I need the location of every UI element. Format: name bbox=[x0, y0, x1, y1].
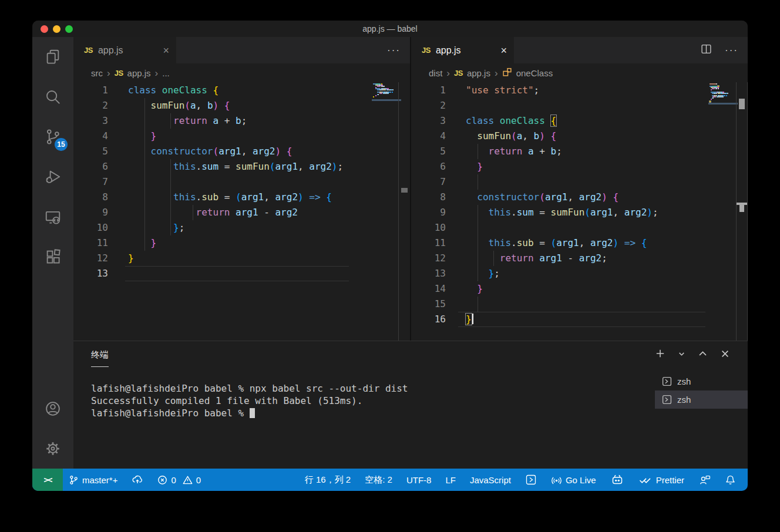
run-debug-icon[interactable] bbox=[32, 157, 73, 197]
code-line: 15 bbox=[411, 297, 748, 312]
code-line: 14 } bbox=[411, 281, 748, 297]
close-tab-icon[interactable]: × bbox=[163, 45, 169, 56]
editor-area: JS app.js × ··· src › JS app.js › bbox=[73, 37, 748, 341]
js-file-icon: JS bbox=[115, 69, 123, 78]
git-branch-item[interactable]: master*+ bbox=[69, 475, 117, 485]
breadcrumb: dist › JS app.js › oneClass bbox=[411, 63, 748, 82]
minimap[interactable] bbox=[710, 83, 735, 102]
terminal-icon bbox=[662, 376, 672, 386]
problems-item[interactable]: 0 0 bbox=[157, 475, 201, 485]
tab-appjs-dist[interactable]: JS app.js × bbox=[411, 37, 514, 63]
code-line: 12} bbox=[73, 251, 410, 266]
robot-icon[interactable] bbox=[610, 473, 624, 487]
indentation-item[interactable]: 空格: 2 bbox=[365, 474, 392, 486]
tab-bar-right: JS app.js × ··· bbox=[411, 37, 748, 63]
zoom-window-button[interactable] bbox=[65, 25, 73, 33]
breadcrumb-folder[interactable]: dist bbox=[429, 68, 442, 78]
breadcrumb-file[interactable]: app.js bbox=[127, 68, 151, 78]
code-line: 13 bbox=[73, 266, 410, 281]
code-line: 7 bbox=[411, 174, 748, 190]
code-line: 10 }; bbox=[73, 220, 410, 235]
editor-group-src: JS app.js × ··· src › JS app.js › bbox=[73, 37, 410, 341]
code-line: 10 bbox=[411, 220, 748, 235]
cursor-position-item[interactable]: 行 16，列 2 bbox=[305, 474, 351, 486]
minimize-window-button[interactable] bbox=[53, 25, 60, 33]
more-actions-icon[interactable]: ··· bbox=[725, 45, 738, 56]
terminal-icon bbox=[662, 395, 672, 405]
extensions-icon[interactable] bbox=[32, 237, 73, 277]
breadcrumb-symbol[interactable]: ... bbox=[162, 68, 170, 78]
maximize-panel-icon[interactable] bbox=[698, 349, 708, 361]
double-check-icon bbox=[638, 475, 653, 485]
breadcrumb-folder[interactable]: src bbox=[91, 68, 103, 78]
terminal-output[interactable]: lafish@lafishdeiPro babel % npx babel sr… bbox=[91, 382, 408, 419]
scrollbar[interactable] bbox=[736, 82, 748, 341]
code-editor-dist[interactable]: 1"use strict";23class oneClass {4 sumFun… bbox=[411, 82, 748, 341]
code-line: 13 }; bbox=[411, 266, 748, 281]
title-bar: app.js — babel bbox=[32, 21, 748, 37]
account-icon[interactable] bbox=[32, 389, 73, 429]
eol-item[interactable]: LF bbox=[445, 475, 456, 485]
chevron-right-icon: › bbox=[107, 68, 110, 78]
more-actions-icon[interactable]: ··· bbox=[387, 45, 401, 56]
close-window-button[interactable] bbox=[41, 25, 48, 33]
prettier-item[interactable]: Prettier bbox=[638, 475, 684, 485]
remote-explorer-icon[interactable] bbox=[32, 197, 73, 237]
tab-terminal[interactable]: 终端 bbox=[91, 349, 109, 367]
code-line: 8 constructor(arg1, arg2) { bbox=[411, 190, 748, 205]
source-control-icon[interactable]: 15 bbox=[32, 117, 73, 157]
code-line: 9 return arg1 - arg2 bbox=[73, 205, 410, 220]
close-tab-icon[interactable]: × bbox=[500, 45, 507, 56]
close-panel-icon[interactable] bbox=[720, 349, 730, 361]
tab-label: app.js bbox=[98, 45, 123, 56]
cloud-upload-icon bbox=[132, 474, 143, 486]
terminal-cursor bbox=[250, 408, 255, 418]
settings-gear-icon[interactable] bbox=[32, 429, 73, 469]
code-line: 6 this.sum = sumFun(arg1, arg2); bbox=[73, 159, 410, 174]
terminal-session-item[interactable]: zsh bbox=[655, 372, 748, 390]
js-file-icon: JS bbox=[84, 46, 93, 55]
terminal-session-list: zshzsh bbox=[655, 372, 748, 409]
chevron-right-icon: › bbox=[155, 68, 159, 78]
breadcrumb-symbol[interactable]: oneClass bbox=[516, 68, 553, 78]
breadcrumb-file[interactable]: app.js bbox=[467, 68, 490, 78]
code-editor-src[interactable]: 1class oneClass {2 sumFun(a, b) {3 retur… bbox=[73, 82, 410, 341]
tab-appjs-src[interactable]: JS app.js × bbox=[73, 37, 176, 63]
publish-changes-item[interactable] bbox=[132, 474, 143, 486]
new-terminal-icon[interactable] bbox=[655, 348, 665, 361]
go-live-item[interactable]: Go Live bbox=[551, 474, 596, 486]
terminal-profile-dropdown-icon[interactable] bbox=[678, 349, 685, 360]
breadcrumb: src › JS app.js › ... bbox=[73, 63, 410, 82]
split-editor-icon[interactable] bbox=[701, 43, 712, 57]
feedback-icon[interactable] bbox=[698, 474, 711, 486]
tab-label: app.js bbox=[436, 45, 461, 56]
terminal-session-item[interactable]: zsh bbox=[655, 390, 748, 409]
scrollbar[interactable] bbox=[398, 82, 410, 341]
encoding-item[interactable]: UTF-8 bbox=[406, 475, 432, 485]
terminal-line: lafish@lafishdeiPro babel % bbox=[91, 407, 408, 419]
scm-badge: 15 bbox=[55, 138, 68, 151]
js-file-icon: JS bbox=[454, 69, 463, 78]
minimap[interactable] bbox=[373, 83, 399, 99]
tab-bar-left: JS app.js × ··· bbox=[73, 37, 410, 63]
explorer-icon[interactable] bbox=[32, 37, 73, 77]
remote-indicator[interactable]: >< bbox=[32, 469, 63, 491]
code-line: 12 return arg1 - arg2; bbox=[411, 251, 748, 266]
code-line: 8 this.sub = (arg1, arg2) => { bbox=[73, 190, 410, 205]
code-line: 3class oneClass { bbox=[411, 113, 748, 129]
js-file-icon: JS bbox=[422, 46, 431, 55]
code-line: 2 bbox=[411, 98, 748, 113]
code-line: 5 return a + b; bbox=[411, 144, 748, 159]
notifications-bell-icon[interactable] bbox=[725, 474, 736, 486]
language-mode-item[interactable]: JavaScript bbox=[470, 475, 511, 485]
code-line: 4 } bbox=[73, 129, 410, 144]
overview-ruler-marker bbox=[739, 205, 744, 212]
status-bar: >< master*+ 0 0 行 16，列 2 空格: 2 UTF-8 LF … bbox=[32, 469, 748, 491]
code-line: 2 sumFun(a, b) { bbox=[73, 98, 410, 113]
editor-group-dist: JS app.js × ··· dist › JS app.js bbox=[411, 37, 748, 341]
code-runner-icon[interactable] bbox=[525, 474, 537, 486]
chevron-right-icon: › bbox=[446, 68, 450, 78]
errors-icon bbox=[157, 475, 167, 485]
warnings-icon bbox=[183, 475, 193, 485]
search-icon[interactable] bbox=[32, 77, 73, 117]
